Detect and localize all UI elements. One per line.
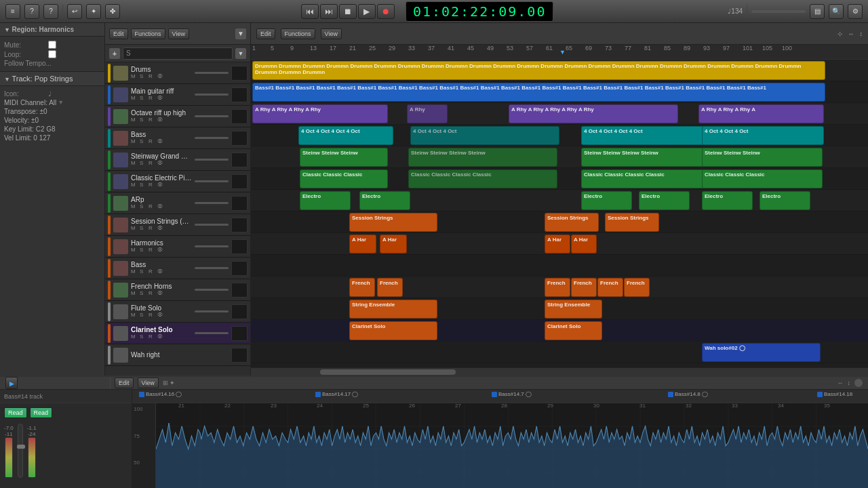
monitor-btn-bass[interactable]: ⦿: [157, 138, 165, 146]
mute-checkbox[interactable]: [48, 41, 56, 49]
clip-wah-solo[interactable]: Wah solo#02 ◯: [702, 343, 821, 362]
rec-btn-steinway[interactable]: R: [149, 160, 156, 167]
solo-btn-flute[interactable]: S: [140, 312, 147, 319]
clip-clarinet-2[interactable]: Clarinet Solo: [545, 321, 602, 340]
mute-btn-bass[interactable]: M: [131, 138, 138, 146]
bottom-button-r[interactable]: [854, 379, 863, 387]
clip-octave-1[interactable]: A Rhy A Rhy A Rhy A Rhy: [252, 104, 388, 123]
toolbar-right-btn-1[interactable]: ▤: [810, 4, 825, 19]
rec-btn-octave[interactable]: R: [149, 117, 156, 124]
track-fader-clarinet[interactable]: [195, 332, 229, 334]
mute-btn-arp[interactable]: M: [131, 203, 138, 211]
toolbar-icon-btn-6[interactable]: ✤: [105, 4, 120, 19]
solo-btn-french-horns[interactable]: S: [140, 290, 147, 298]
bottom-edit-button[interactable]: Edit: [115, 378, 134, 388]
rec-btn-harmonics[interactable]: R: [149, 247, 156, 254]
clip-clarinet-1[interactable]: Clarinet Solo: [349, 321, 437, 340]
clip-guitar-main[interactable]: Bass#1 Bass#1 Bass#1 Bass#1 Bass#1 Bass#…: [252, 83, 825, 102]
monitor-btn-flute[interactable]: ⦿: [157, 312, 165, 319]
channel-fader[interactable]: [18, 424, 23, 478]
clip-classic-ep-4[interactable]: Classic Classic Classic: [702, 169, 823, 188]
clip-classic-ep-2[interactable]: Classic Classic Classic Classic: [408, 169, 557, 188]
track-fader-harmonics[interactable]: [195, 245, 229, 247]
bottom-view-button[interactable]: View: [138, 378, 159, 388]
monitor-btn-french-horns[interactable]: ⦿: [157, 290, 165, 298]
solo-btn-harmonics[interactable]: S: [140, 247, 147, 254]
track-fader-arp[interactable]: [195, 202, 229, 204]
rec-btn-classic-ep[interactable]: R: [149, 182, 156, 189]
filter-button[interactable]: ▼: [235, 28, 246, 39]
track-fader-octave[interactable]: [195, 115, 229, 117]
track-fader-bass[interactable]: [195, 137, 229, 139]
arrange-h-scrollbar[interactable]: [251, 367, 868, 375]
clip-harmonics-4[interactable]: A Har: [571, 235, 597, 253]
solo-btn-bass[interactable]: S: [140, 138, 147, 146]
stop-button[interactable]: ⏹: [339, 4, 357, 19]
toolbar-icon-btn-5[interactable]: ✦: [86, 4, 101, 19]
clip-bass-4[interactable]: 4 Oct 4 Oct 4 Oct: [702, 126, 824, 145]
track-fader-bass2[interactable]: [195, 267, 229, 269]
bottom-transport-icon[interactable]: ▶: [5, 377, 18, 389]
functions-button[interactable]: Functions: [131, 28, 165, 39]
clip-french-1[interactable]: French: [349, 278, 375, 297]
track-fader-session-strings[interactable]: [195, 224, 229, 226]
mute-btn-octave[interactable]: M: [131, 117, 138, 124]
monitor-btn-guitar[interactable]: ⦿: [157, 95, 165, 102]
edit-button[interactable]: Edit: [109, 28, 128, 39]
monitor-btn-octave[interactable]: ⦿: [157, 117, 165, 124]
mute-btn-steinway[interactable]: M: [131, 160, 138, 167]
track-fader-flute[interactable]: [195, 310, 229, 312]
rec-btn-flute[interactable]: R: [149, 312, 156, 319]
monitor-btn-classic-ep[interactable]: ⦿: [157, 182, 165, 189]
clip-bass-2[interactable]: 4 Oct 4 Oct 4 Oct: [410, 126, 559, 145]
arrange-view-button[interactable]: View: [321, 28, 342, 39]
mute-btn-session-strings[interactable]: M: [131, 225, 138, 232]
rec-btn-bass2[interactable]: R: [149, 268, 156, 276]
solo-btn-octave[interactable]: S: [140, 117, 147, 124]
clip-session-strings-3[interactable]: Session Strings: [605, 213, 659, 232]
arrange-scrollbar-thumb[interactable]: [320, 369, 456, 375]
clip-arp-3[interactable]: Electro: [581, 191, 632, 210]
solo-btn-clarinet[interactable]: S: [140, 333, 147, 341]
rec-btn-french-horns[interactable]: R: [149, 290, 156, 298]
mute-btn-guitar[interactable]: M: [131, 95, 138, 102]
toolbar-icon-btn-4[interactable]: ↩: [67, 4, 82, 19]
toolbar-right-btn-2[interactable]: 🔍: [829, 4, 844, 19]
track-sort-button[interactable]: ▼: [235, 48, 246, 59]
add-track-button[interactable]: +: [109, 48, 120, 59]
fast-forward-button[interactable]: ⏭: [320, 4, 338, 19]
rec-btn-session-strings[interactable]: R: [149, 225, 156, 232]
clip-harmonics-1[interactable]: A Har: [349, 235, 376, 253]
master-volume-slider[interactable]: [751, 10, 806, 13]
clip-arp-5[interactable]: Electro: [702, 191, 753, 210]
track-fader-guitar[interactable]: [195, 94, 229, 96]
toolbar-icon-btn-1[interactable]: ≡: [5, 4, 20, 19]
solo-btn-steinway[interactable]: S: [140, 160, 147, 167]
arrange-functions-button[interactable]: Functions: [281, 28, 315, 39]
clip-bass-1[interactable]: 4 Oct 4 Oct 4 Oct 4 Oct: [298, 126, 393, 145]
clip-drums-main[interactable]: Drummn Drummn Drummn Drummn Drummn Drumm…: [252, 61, 825, 80]
monitor-btn-arp[interactable]: ⦿: [157, 203, 165, 211]
read-button-1[interactable]: Read: [4, 407, 27, 418]
solo-btn-session-strings[interactable]: S: [140, 225, 147, 232]
clip-steinway-1[interactable]: Steinw Steinw Steinw: [300, 148, 388, 167]
toolbar-icon-btn-2[interactable]: ?: [24, 4, 39, 19]
clip-string-ensemble-1[interactable]: String Ensemble: [349, 300, 437, 319]
clip-french-3[interactable]: French: [545, 278, 570, 297]
monitor-btn-drums[interactable]: ⦿: [157, 73, 165, 81]
rec-btn-arp[interactable]: R: [149, 203, 156, 211]
rewind-button[interactable]: ⏮: [301, 4, 319, 19]
clip-steinway-2[interactable]: Steinw Steinw Steinw Steinw: [408, 148, 557, 167]
loop-checkbox[interactable]: [48, 50, 56, 58]
track-fader-steinway[interactable]: [195, 159, 229, 161]
clip-octave-2[interactable]: A Rhy: [407, 104, 448, 123]
solo-btn-drums[interactable]: S: [140, 73, 147, 81]
clip-harmonics-3[interactable]: A Har: [545, 235, 570, 253]
solo-btn-guitar[interactable]: S: [140, 95, 147, 102]
clip-french-4[interactable]: French: [571, 278, 597, 297]
read-button-2[interactable]: Read: [30, 407, 53, 418]
toolbar-right-btn-3[interactable]: ⚙: [848, 4, 863, 19]
clip-octave-4[interactable]: A Rhy A Rhy A Rhy A: [698, 104, 824, 123]
clip-french-6[interactable]: French: [624, 278, 650, 297]
mute-btn-flute[interactable]: M: [131, 312, 138, 319]
